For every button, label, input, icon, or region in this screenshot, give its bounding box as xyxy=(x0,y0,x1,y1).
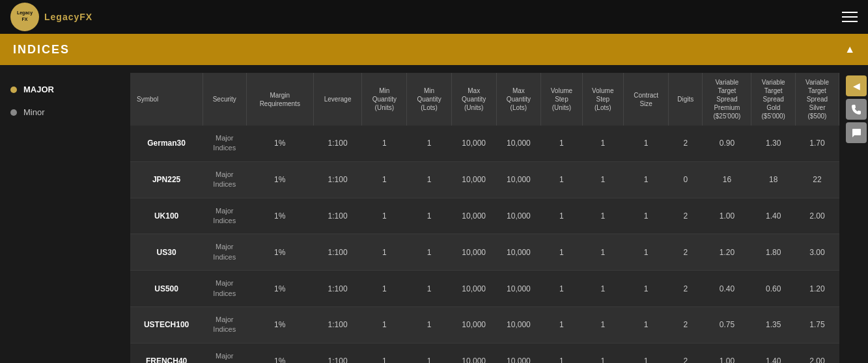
cell-leverage: 1:100 xyxy=(313,234,362,271)
cell-spread-premium: 0.90 xyxy=(703,126,751,161)
cell-spread-gold: 1.40 xyxy=(751,198,796,234)
col-contract-size: ContractSize xyxy=(623,73,668,126)
logo-text: LegacyFX xyxy=(44,12,92,22)
col-digits: Digits xyxy=(669,73,703,126)
cell-leverage: 1:100 xyxy=(313,343,362,363)
cell-vol-step-units: 1 xyxy=(541,161,582,198)
cell-min-qty-units: 1 xyxy=(362,126,407,161)
cell-min-qty-units: 1 xyxy=(362,234,407,271)
col-vol-step-units: VolumeStep(Units) xyxy=(541,73,582,126)
cell-symbol: FRENCH40 xyxy=(130,343,203,363)
cell-symbol: USTECH100 xyxy=(130,306,203,343)
sidebar-item-minor[interactable]: Minor xyxy=(0,101,130,124)
collapse-button[interactable]: ◀ xyxy=(846,75,867,96)
table-row: FRENCH40 MajorIndices 1% 1:100 1 1 10,00… xyxy=(130,343,839,363)
table-header-row: Symbol Security MarginRequirements Lever… xyxy=(130,73,839,126)
cell-spread-silver: 2.00 xyxy=(795,198,839,234)
cell-vol-step-units: 1 xyxy=(541,343,582,363)
table-container: Symbol Security MarginRequirements Lever… xyxy=(130,73,839,363)
col-leverage: Leverage xyxy=(313,73,362,126)
table-row: UK100 MajorIndices 1% 1:100 1 1 10,000 1… xyxy=(130,198,839,234)
cell-max-qty-lots: 10,000 xyxy=(496,126,541,161)
cell-contract-size: 1 xyxy=(623,306,668,343)
cell-min-qty-units: 1 xyxy=(362,198,407,234)
sidebar-label-minor: Minor xyxy=(23,107,45,117)
cell-max-qty-lots: 10,000 xyxy=(496,161,541,198)
cell-spread-silver: 1.20 xyxy=(795,271,839,307)
cell-contract-size: 1 xyxy=(623,271,668,307)
cell-spread-gold: 1.80 xyxy=(751,234,796,271)
table-row: US500 MajorIndices 1% 1:100 1 1 10,000 1… xyxy=(130,271,839,307)
cell-contract-size: 1 xyxy=(623,343,668,363)
header: Legacy FX LegacyFX xyxy=(0,0,868,34)
table-row: German30 MajorIndices 1% 1:100 1 1 10,00… xyxy=(130,126,839,161)
cell-leverage: 1:100 xyxy=(313,271,362,307)
cell-digits: 2 xyxy=(669,126,703,161)
chat-button[interactable] xyxy=(846,122,867,143)
cell-min-qty-lots: 1 xyxy=(407,234,452,271)
phone-button[interactable] xyxy=(846,99,867,120)
cell-spread-premium: 1.20 xyxy=(703,234,751,271)
cell-max-qty-units: 10,000 xyxy=(451,343,496,363)
cell-margin: 1% xyxy=(246,198,313,234)
col-spread-silver: VariableTargetSpreadSilver($500) xyxy=(795,73,839,126)
cell-min-qty-lots: 1 xyxy=(407,306,452,343)
cell-vol-step-units: 1 xyxy=(541,306,582,343)
minor-dot xyxy=(10,109,17,116)
cell-margin: 1% xyxy=(246,306,313,343)
sidebar: MAJOR Minor xyxy=(0,73,130,363)
cell-vol-step-lots: 1 xyxy=(582,271,623,307)
svg-text:Legacy: Legacy xyxy=(17,10,33,16)
cell-vol-step-units: 1 xyxy=(541,271,582,307)
cell-min-qty-units: 1 xyxy=(362,161,407,198)
cell-spread-silver: 22 xyxy=(795,161,839,198)
section-chevron[interactable]: ▲ xyxy=(845,44,855,55)
cell-vol-step-lots: 1 xyxy=(582,343,623,363)
cell-security: MajorIndices xyxy=(203,271,246,307)
cell-symbol: UK100 xyxy=(130,198,203,234)
hamburger-menu[interactable] xyxy=(842,12,858,22)
cell-spread-premium: 1.00 xyxy=(703,198,751,234)
cell-max-qty-lots: 10,000 xyxy=(496,306,541,343)
cell-max-qty-units: 10,000 xyxy=(451,306,496,343)
cell-digits: 0 xyxy=(669,161,703,198)
cell-max-qty-lots: 10,000 xyxy=(496,234,541,271)
cell-digits: 2 xyxy=(669,234,703,271)
logo-area: Legacy FX LegacyFX xyxy=(10,3,92,31)
indices-table: Symbol Security MarginRequirements Lever… xyxy=(130,73,839,363)
cell-vol-step-lots: 1 xyxy=(582,126,623,161)
cell-spread-silver: 2.00 xyxy=(795,343,839,363)
cell-spread-gold: 18 xyxy=(751,161,796,198)
section-title: INDICES xyxy=(13,43,70,57)
cell-digits: 2 xyxy=(669,271,703,307)
cell-spread-gold: 0.60 xyxy=(751,271,796,307)
main-content: MAJOR Minor Symbol Security MarginRequir… xyxy=(0,65,868,363)
cell-leverage: 1:100 xyxy=(313,126,362,161)
cell-vol-step-units: 1 xyxy=(541,234,582,271)
col-min-qty-units: MinQuantity(Units) xyxy=(362,73,407,126)
sidebar-item-major[interactable]: MAJOR xyxy=(0,78,130,101)
cell-spread-premium: 0.75 xyxy=(703,306,751,343)
section-header: INDICES ▲ xyxy=(0,34,868,65)
cell-max-qty-units: 10,000 xyxy=(451,161,496,198)
cell-min-qty-lots: 1 xyxy=(407,343,452,363)
cell-max-qty-units: 10,000 xyxy=(451,271,496,307)
col-min-qty-lots: MinQuantity(Lots) xyxy=(407,73,452,126)
cell-spread-silver: 1.75 xyxy=(795,306,839,343)
cell-spread-premium: 1.00 xyxy=(703,343,751,363)
table-row: US30 MajorIndices 1% 1:100 1 1 10,000 10… xyxy=(130,234,839,271)
cell-spread-premium: 0.40 xyxy=(703,271,751,307)
cell-vol-step-lots: 1 xyxy=(582,306,623,343)
cell-digits: 2 xyxy=(669,306,703,343)
col-max-qty-units: MaxQuantity(Units) xyxy=(451,73,496,126)
cell-margin: 1% xyxy=(246,234,313,271)
cell-contract-size: 1 xyxy=(623,234,668,271)
cell-margin: 1% xyxy=(246,161,313,198)
cell-contract-size: 1 xyxy=(623,126,668,161)
cell-margin: 1% xyxy=(246,343,313,363)
cell-security: MajorIndices xyxy=(203,306,246,343)
cell-spread-gold: 1.30 xyxy=(751,126,796,161)
cell-vol-step-units: 1 xyxy=(541,126,582,161)
cell-max-qty-lots: 10,000 xyxy=(496,343,541,363)
cell-symbol: US30 xyxy=(130,234,203,271)
